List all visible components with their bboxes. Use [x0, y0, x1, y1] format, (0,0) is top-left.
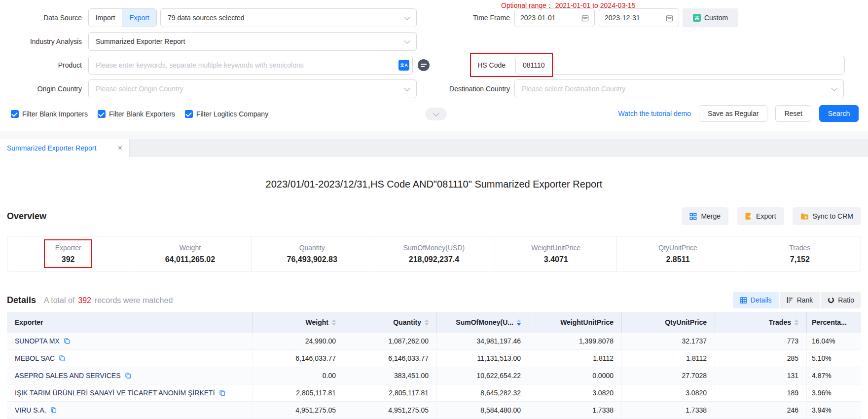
save-as-regular-button[interactable]: Save as Regular	[699, 105, 768, 122]
copy-icon[interactable]	[219, 389, 225, 396]
copy-icon[interactable]	[50, 407, 57, 414]
chevron-down-icon	[404, 38, 410, 44]
exporter-cell[interactable]: SUNOPTA MX	[7, 333, 253, 349]
trades-cell: 285	[715, 350, 807, 367]
custom-icon: ⌘	[693, 14, 701, 22]
sync-to-crm-button[interactable]: Sync to CRM	[793, 207, 861, 225]
stat-label: Exporter	[55, 244, 81, 252]
stat-label: Trades	[789, 244, 810, 252]
checkbox-checked-icon	[11, 110, 19, 118]
translate-icon[interactable]: 文A	[398, 60, 409, 71]
copy-icon[interactable]	[64, 338, 70, 344]
reset-button[interactable]: Reset	[775, 105, 811, 122]
industry-analysis-label: Industry Analysis	[0, 38, 82, 45]
sort-icon[interactable]	[795, 319, 798, 326]
stat-quantity: Quantity 76,493,902.83	[251, 236, 373, 271]
product-keywords-input[interactable]	[88, 56, 413, 75]
chevron-down-icon	[433, 110, 439, 116]
sort-icon-active-desc[interactable]	[517, 319, 521, 326]
checkbox-checked-icon	[185, 110, 193, 118]
import-toggle-button[interactable]: Import	[89, 9, 122, 27]
exporter-name-link[interactable]: VIRU S.A.	[15, 406, 46, 414]
stat-label: SumOfMoney(USD)	[403, 244, 465, 252]
stat-label: Quantity	[299, 244, 325, 252]
sync-folder-icon	[800, 213, 809, 220]
filter-blank-importers-label: Filter Blank Importers	[22, 110, 88, 118]
hs-code-input[interactable]	[515, 56, 845, 75]
trades-cell: 189	[715, 384, 807, 401]
exporter-cell[interactable]: MEBOL SAC	[7, 350, 253, 367]
column-header-quantity[interactable]: Quantity	[344, 312, 437, 333]
sum-of-money-cell: 10,622,654.22	[437, 367, 529, 384]
exporter-name-link[interactable]: MEBOL SAC	[15, 354, 55, 362]
column-header-trades[interactable]: Trades	[715, 312, 807, 333]
data-sources-dropdown[interactable]: 79 data sources selected	[160, 8, 417, 27]
end-date-picker[interactable]: 2023-12-31	[599, 8, 679, 27]
filter-panel: Optional range： 2021-01-01 to 2024-03-15…	[0, 0, 868, 131]
app-window: Optional range： 2021-01-01 to 2024-03-15…	[0, 0, 868, 419]
stat-exporter: Exporter 392	[7, 236, 129, 271]
search-button[interactable]: Search	[819, 105, 859, 122]
exporter-cell[interactable]: VIRU S.A.	[7, 402, 253, 419]
overview-heading: Overview	[7, 211, 46, 222]
export-button-label: Export	[756, 212, 776, 220]
view-switcher: Details Rank Ratio	[733, 292, 861, 308]
industry-analysis-dropdown[interactable]: Summarized Exporter Report	[88, 32, 417, 51]
exporter-name-link[interactable]: IŞIK TARIM ÜRÜNLERİ SANAYİ VE TİCARET AN…	[15, 389, 215, 397]
details-table: Exporter Weight Quantity SumOfMoney(U...…	[7, 312, 861, 419]
table-row: ASEPRO SALES AND SERVICES 0.00 383,451.0…	[7, 367, 861, 384]
exporter-name-link[interactable]: SUNOPTA MX	[15, 337, 60, 345]
sync-to-crm-button-label: Sync to CRM	[813, 212, 853, 220]
rank-view-button[interactable]: Rank	[780, 292, 820, 308]
percentage-cell: 5.10%	[807, 350, 861, 367]
sort-icon[interactable]	[332, 319, 336, 326]
trades-cell: 246	[715, 402, 807, 419]
trades-cell: 131	[715, 367, 807, 384]
expand-filters-button[interactable]	[425, 108, 447, 120]
column-header-qty-unit-price: QtyUnitPrice	[622, 312, 715, 333]
table-row: SUNOPTA MX 24,990.00 1,087,262.00 34,981…	[7, 333, 861, 350]
quantity-cell: 4,951,275.05	[344, 402, 437, 419]
origin-country-label: Origin Country	[0, 85, 82, 93]
ratio-view-label: Ratio	[838, 296, 854, 304]
copy-icon[interactable]	[59, 355, 65, 362]
comment-icon[interactable]	[418, 59, 430, 71]
qty-unit-price-cell: 1.8112	[622, 350, 715, 367]
percentage-cell: 4.87%	[807, 367, 861, 384]
filter-blank-exporters-label: Filter Blank Exporters	[109, 110, 175, 118]
merge-button[interactable]: Merge	[682, 207, 728, 225]
table-header-row: Exporter Weight Quantity SumOfMoney(U...…	[7, 312, 861, 333]
tutorial-demo-link[interactable]: Watch the tutorial demo	[618, 110, 691, 117]
report-title: 2023/01/01-2023/12/31,HS Code AND"081110…	[0, 179, 868, 190]
import-export-toggle: Import Export	[88, 8, 157, 27]
column-header-weight[interactable]: Weight	[253, 312, 344, 333]
tab-summarized-exporter-report[interactable]: Summarized Exporter Report ×	[0, 139, 130, 157]
qty-unit-price-cell: 27.7028	[622, 367, 715, 384]
stat-trades: Trades 7,152	[739, 236, 861, 271]
exporter-cell[interactable]: IŞIK TARIM ÜRÜNLERİ SANAYİ VE TİCARET AN…	[7, 384, 253, 401]
start-date-picker[interactable]: 2023-01-01	[514, 8, 595, 27]
filter-blank-exporters-checkbox[interactable]: Filter Blank Exporters	[98, 110, 175, 118]
exporter-name-link[interactable]: ASEPRO SALES AND SERVICES	[15, 372, 121, 380]
export-toggle-button[interactable]: Export	[122, 9, 156, 27]
details-view-button[interactable]: Details	[733, 292, 779, 308]
copy-icon[interactable]	[125, 372, 131, 379]
stat-value: 7,152	[790, 255, 810, 264]
table-row: IŞIK TARIM ÜRÜNLERİ SANAYİ VE TİCARET AN…	[7, 384, 861, 402]
sort-icon[interactable]	[425, 319, 429, 326]
close-icon[interactable]: ×	[118, 144, 122, 152]
stat-qty-unit-price: QtyUnitPrice 2.8511	[616, 236, 738, 271]
percentage-cell: 3.96%	[807, 384, 861, 401]
destination-country-dropdown[interactable]: Please select Destination Country	[514, 79, 844, 98]
filter-logitics-company-checkbox[interactable]: Filter Logitics Company	[185, 110, 268, 118]
stat-sum-of-money: SumOfMoney(USD) 218,092,237.4	[373, 236, 495, 271]
origin-country-dropdown[interactable]: Please select Origin Country	[88, 79, 417, 98]
exporter-cell[interactable]: ASEPRO SALES AND SERVICES	[7, 367, 253, 384]
export-button[interactable]: Export	[737, 207, 784, 225]
column-header-sum-of-money[interactable]: SumOfMoney(U...	[437, 312, 529, 333]
custom-range-button[interactable]: ⌘ Custom	[683, 8, 738, 27]
stat-value: 218,092,237.4	[409, 255, 459, 264]
data-source-label: Data Source	[0, 14, 82, 22]
filter-blank-importers-checkbox[interactable]: Filter Blank Importers	[11, 110, 88, 118]
ratio-view-button[interactable]: Ratio	[821, 292, 861, 308]
